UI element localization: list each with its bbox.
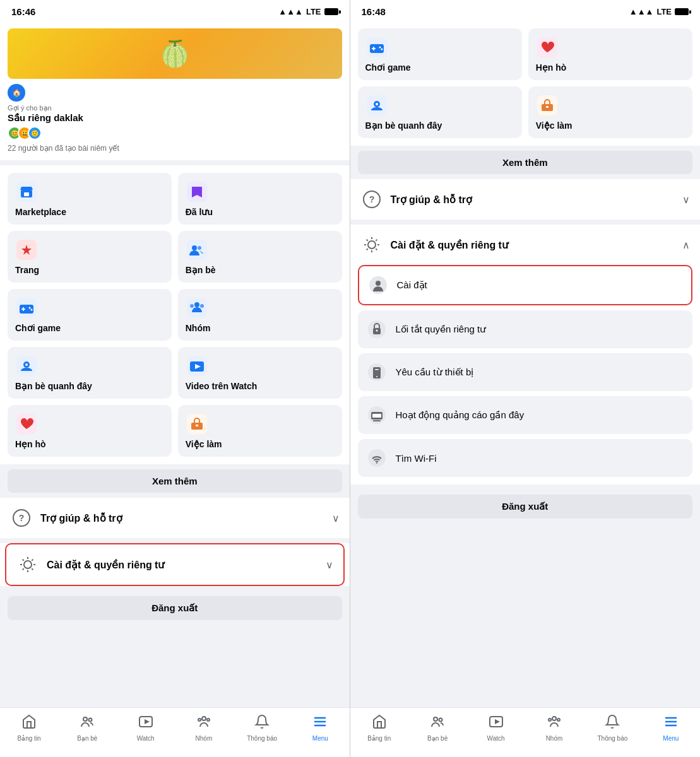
tim-wifi-item[interactable]: Tìm Wi-Fi [358, 439, 693, 477]
bang-tin-icon-left [21, 714, 37, 733]
hen-ho-label-right: Hẹn hò [536, 62, 685, 73]
cai-dat-header-left[interactable]: Cài đặt & quyền riêng tư ∨ [6, 544, 343, 585]
tro-giup-header-right[interactable]: ? Trợ giúp & hỗ trợ ∨ [350, 179, 701, 220]
cai-dat-item[interactable]: Cài đặt [359, 266, 692, 304]
menu-nav-label-right: Menu [663, 735, 679, 742]
svg-point-46 [381, 49, 383, 50]
xem-them-button-right[interactable]: Xem thêm [358, 151, 693, 174]
menu-item-marketplace[interactable]: Marketplace [8, 173, 172, 225]
menu-item-viec-lam[interactable]: Việc làm [178, 405, 342, 457]
menu-item-hen-ho-right[interactable]: Hẹn hò [528, 28, 692, 80]
saved-icon [186, 180, 208, 203]
svg-text:?: ? [19, 513, 25, 523]
marketplace-icon [15, 180, 38, 203]
nav-ban-be-right[interactable]: Bạn bè [408, 712, 466, 744]
watch-nav-label-left: Watch [137, 735, 155, 742]
tim-wifi-settings-item[interactable]: Tìm Wi-Fi [358, 439, 693, 477]
menu-item-hen-ho[interactable]: Hẹn hò [8, 405, 172, 457]
choi-game-icon-right [365, 36, 388, 59]
svg-rect-27 [196, 425, 198, 426]
yeu-cau-item[interactable]: Yêu cầu từ thiết bị [358, 353, 693, 391]
menu-item-ban-be-quanh-day[interactable]: Bạn bè quanh đây [8, 347, 172, 399]
cai-dat-icon-left [16, 553, 39, 576]
nav-ban-be-left[interactable]: Bạn bè [58, 712, 116, 744]
watch-nav-label-right: Watch [487, 735, 505, 742]
nav-thong-bao-left[interactable]: Thông báo [233, 712, 291, 744]
dang-xuat-button-right[interactable]: Đăng xuất [358, 495, 693, 519]
yeu-cau-label: Yêu cầu từ thiết bị [396, 367, 474, 378]
menu-item-trang[interactable]: Trang [8, 231, 172, 283]
svg-text:?: ? [369, 194, 374, 204]
svg-rect-44 [372, 48, 376, 49]
yeu-cau-settings-item[interactable]: Yêu cầu từ thiết bị [358, 353, 693, 391]
menu-nav-label-left: Menu [312, 735, 328, 742]
marketplace-label: Marketplace [15, 207, 164, 217]
watch-nav-icon-right [489, 714, 504, 733]
hoat-dong-label: Hoạt động quảng cáo gần đây [396, 409, 525, 421]
bottom-nav-left: Bảng tin Bạn bè Watch Nhóm Thông báo [0, 707, 350, 757]
cai-dat-title-right: Cài đặt & quyền riêng tư [391, 239, 675, 251]
signal-icon-right: ▲▲▲ [629, 7, 654, 16]
thong-bao-nav-icon-right [605, 714, 620, 733]
menu-section-left: Marketplace Đã lưu [0, 165, 350, 464]
ban-be-icon [186, 238, 208, 261]
hen-ho-icon [15, 413, 38, 435]
tim-wifi-icon [365, 447, 388, 469]
nav-bang-tin-right[interactable]: Bảng tin [350, 712, 408, 744]
suggestion-user-row: 🏠 [8, 84, 342, 102]
menu-item-saved[interactable]: Đã lưu [178, 173, 342, 225]
viec-lam-icon [186, 413, 208, 435]
yeu-cau-icon [365, 361, 388, 384]
cai-dat-chevron-right: ∧ [682, 239, 690, 251]
nav-menu-left[interactable]: Menu [291, 712, 349, 744]
tro-giup-chevron-left: ∨ [332, 512, 340, 524]
dang-xuat-button-left[interactable]: Đăng xuất [8, 596, 342, 620]
menu-item-choi-game-right[interactable]: Chơi game [358, 28, 522, 80]
svg-point-7 [198, 246, 201, 250]
svg-rect-5 [187, 240, 207, 260]
svg-point-64 [376, 376, 377, 377]
menu-item-ban-be[interactable]: Bạn bè [178, 231, 342, 283]
status-time-right: 16:48 [362, 6, 386, 17]
svg-point-78 [557, 719, 560, 721]
svg-point-61 [376, 330, 377, 332]
nhom-nav-icon-left [196, 714, 211, 733]
viec-lam-label-right: Việc làm [536, 120, 685, 131]
ban-be-label: Bạn bè [186, 265, 335, 275]
nav-watch-right[interactable]: Watch [466, 712, 525, 744]
svg-point-45 [379, 47, 381, 49]
cai-dat-title-left: Cài đặt & quyền riêng tư [47, 559, 318, 571]
saved-label: Đã lưu [186, 207, 335, 217]
tro-giup-header-left[interactable]: ? Trợ giúp & hỗ trợ ∨ [0, 498, 350, 538]
nav-watch-left[interactable]: Watch [117, 712, 175, 744]
battery-icon-left [324, 8, 338, 15]
signal-icon-left: ▲▲▲ [278, 7, 303, 16]
nav-menu-right[interactable]: Menu [642, 712, 700, 744]
tro-giup-title-right: Trợ giúp & hỗ trợ [391, 194, 675, 206]
nav-nhom-right[interactable]: Nhóm [525, 712, 583, 744]
svg-point-72 [434, 717, 437, 721]
menu-item-nhom[interactable]: Nhóm [178, 289, 342, 341]
menu-item-choi-game[interactable]: Chơi game [8, 289, 172, 341]
menu-item-ban-be-quanh-day-right[interactable]: Bạn bè quanh đây [358, 86, 522, 138]
svg-point-15 [194, 302, 199, 307]
menu-item-viec-lam-right[interactable]: Việc làm [528, 86, 692, 138]
cai-dat-highlighted-item[interactable]: Cài đặt [358, 265, 693, 305]
hoat-dong-settings-item[interactable]: Hoạt động quảng cáo gần đây [358, 396, 693, 434]
nav-thong-bao-right[interactable]: Thông báo [583, 712, 641, 744]
nav-bang-tin-left[interactable]: Bảng tin [0, 712, 58, 744]
hoat-dong-item[interactable]: Hoạt động quảng cáo gần đây [358, 396, 693, 434]
svg-point-20 [25, 363, 28, 366]
loi-tat-item[interactable]: Lối tắt quyền riêng tư [358, 310, 693, 348]
bang-tin-label-right: Bảng tin [367, 735, 391, 742]
nav-nhom-left[interactable]: Nhóm [175, 712, 233, 744]
tro-giup-section-right: ? Trợ giúp & hỗ trợ ∨ [350, 179, 701, 220]
cai-dat-settings-icon [367, 274, 389, 296]
cai-dat-header-right[interactable]: Cài đặt & quyền riêng tư ∧ [350, 225, 701, 265]
thong-bao-nav-label-right: Thông báo [597, 735, 627, 742]
svg-point-70 [368, 449, 386, 467]
svg-point-17 [200, 304, 204, 308]
xem-them-button-left[interactable]: Xem thêm [8, 469, 342, 493]
loi-tat-settings-item[interactable]: Lối tắt quyền riêng tư [358, 310, 693, 348]
menu-item-video-watch[interactable]: Video trên Watch [178, 347, 342, 399]
